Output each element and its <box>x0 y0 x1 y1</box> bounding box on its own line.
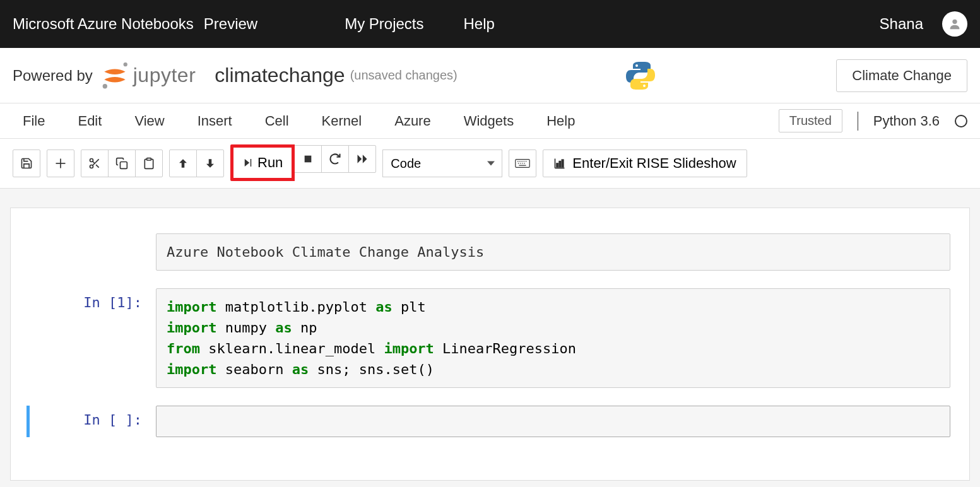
save-button[interactable] <box>13 150 40 177</box>
notebook-name[interactable]: climatechange <box>215 64 345 87</box>
code-cell-2-content[interactable] <box>156 406 950 437</box>
python-logo-icon <box>625 61 656 91</box>
restart-button[interactable] <box>321 145 349 173</box>
svg-rect-26 <box>560 161 562 167</box>
my-projects-link[interactable]: My Projects <box>345 15 423 33</box>
add-cell-button[interactable] <box>47 150 74 177</box>
menu-kernel[interactable]: Kernel <box>312 108 372 134</box>
help-link[interactable]: Help <box>464 15 495 33</box>
svg-rect-10 <box>251 159 252 167</box>
keyboard-icon <box>515 158 530 168</box>
fast-forward-icon <box>356 153 369 165</box>
svg-rect-25 <box>557 163 558 167</box>
cut-button[interactable] <box>81 150 109 177</box>
jupyter-header: Powered by jupyter climatechange (unsave… <box>0 48 980 103</box>
top-nav: Microsoft Azure Notebooks Preview My Pro… <box>0 0 980 48</box>
toolbar: Run Code Enter/Exit RISE Slideshow <box>0 139 980 189</box>
menu-help[interactable]: Help <box>536 108 585 134</box>
jupyter-text: jupyter <box>133 64 196 87</box>
menu-edit[interactable]: Edit <box>68 108 112 134</box>
kernel-status-icon[interactable] <box>955 115 967 127</box>
svg-point-4 <box>90 165 93 168</box>
svg-rect-27 <box>562 160 564 167</box>
preview-label: Preview <box>204 15 257 33</box>
cell-prompt-2: In [ ]: <box>30 406 156 428</box>
move-down-button[interactable] <box>196 150 224 177</box>
arrow-down-icon <box>204 158 216 169</box>
run-label: Run <box>257 155 283 171</box>
copy-button[interactable] <box>108 150 136 177</box>
move-up-button[interactable] <box>169 150 197 177</box>
menu-file[interactable]: File <box>13 108 55 134</box>
cell-prompt-1: In [1]: <box>30 288 156 310</box>
notebook-area: Azure Notebook Climate Change Analysis I… <box>0 189 980 487</box>
bar-chart-icon <box>553 157 566 170</box>
stop-icon <box>303 154 313 164</box>
cell-prompt-empty <box>30 233 156 240</box>
svg-rect-11 <box>305 156 312 163</box>
svg-point-1 <box>123 62 127 66</box>
stop-button[interactable] <box>294 145 322 173</box>
raw-cell-content[interactable]: Azure Notebook Climate Change Analysis <box>156 233 950 271</box>
restart-icon <box>329 153 341 165</box>
paste-icon <box>143 157 155 170</box>
notebook-inner: Azure Notebook Climate Change Analysis I… <box>10 208 970 481</box>
svg-rect-9 <box>147 158 151 160</box>
divider <box>858 112 858 131</box>
svg-rect-8 <box>121 162 127 169</box>
jupyter-logo[interactable]: jupyter <box>100 61 196 90</box>
cut-icon <box>88 157 101 170</box>
cell-type-select[interactable]: Code <box>382 150 502 177</box>
powered-by-label: Powered by <box>13 67 93 85</box>
code-cell-1[interactable]: In [1]: import matplotlib.pyplot as plti… <box>30 288 950 388</box>
rise-slideshow-button[interactable]: Enter/Exit RISE Slideshow <box>543 150 747 177</box>
svg-point-2 <box>102 84 107 88</box>
save-icon <box>20 157 33 170</box>
menu-insert[interactable]: Insert <box>187 108 242 134</box>
svg-line-6 <box>96 165 99 168</box>
unsaved-label: (unsaved changes) <box>350 68 458 83</box>
rise-label: Enter/Exit RISE Slideshow <box>572 155 736 172</box>
user-name-label[interactable]: Shana <box>880 15 923 33</box>
menu-view[interactable]: View <box>124 108 174 134</box>
code-cell-2[interactable]: In [ ]: <box>27 406 950 437</box>
run-button[interactable]: Run <box>230 144 295 181</box>
copy-icon <box>115 157 128 170</box>
svg-point-0 <box>952 20 957 24</box>
project-button[interactable]: Climate Change <box>836 59 967 92</box>
paste-button[interactable] <box>135 150 163 177</box>
brand-label: Microsoft Azure Notebooks <box>13 15 194 33</box>
command-palette-button[interactable] <box>509 150 536 177</box>
run-all-button[interactable] <box>348 145 376 173</box>
arrow-up-icon <box>177 158 189 169</box>
svg-line-7 <box>93 161 95 163</box>
menu-azure[interactable]: Azure <box>384 108 440 134</box>
trusted-button[interactable]: Trusted <box>779 109 842 132</box>
user-avatar-icon[interactable] <box>942 11 967 37</box>
run-icon <box>242 157 254 168</box>
plus-icon <box>54 157 67 170</box>
code-cell-1-content[interactable]: import matplotlib.pyplot as pltimport nu… <box>156 288 950 388</box>
menu-widgets[interactable]: Widgets <box>454 108 524 134</box>
menu-bar: File Edit View Insert Cell Kernel Azure … <box>0 103 980 139</box>
raw-cell[interactable]: Azure Notebook Climate Change Analysis <box>30 233 950 271</box>
kernel-name-label: Python 3.6 <box>873 113 940 129</box>
svg-point-3 <box>90 159 93 162</box>
menu-cell[interactable]: Cell <box>255 108 299 134</box>
